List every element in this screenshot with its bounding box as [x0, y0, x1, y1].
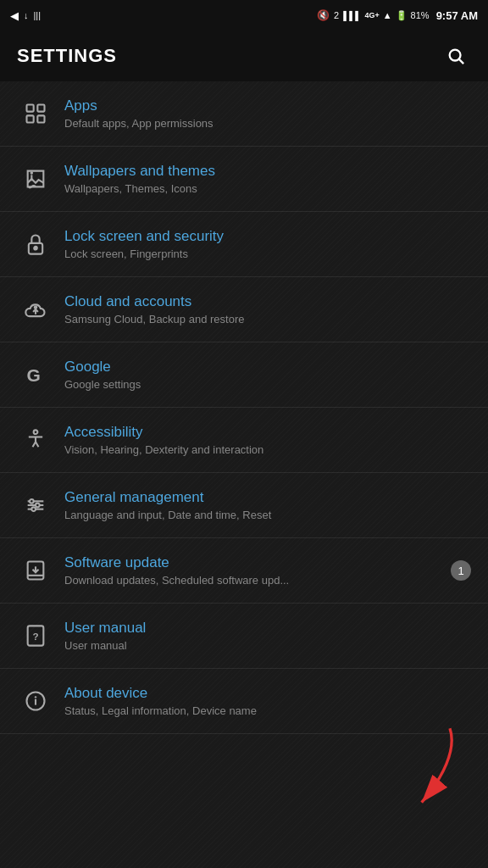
mute-icon: 🔇 [317, 9, 330, 21]
wallpapers-title: Wallpapers and themes [64, 163, 471, 180]
svg-point-10 [35, 307, 36, 309]
svg-point-9 [34, 247, 37, 250]
general-management-content: General management Language and input, D… [54, 489, 471, 521]
apps-title: Apps [64, 97, 471, 114]
notification-icon-2: ↓ [24, 10, 29, 20]
wallpapers-icon [17, 160, 54, 198]
about-device-content: About device Status, Legal information, … [54, 685, 471, 717]
general-management-icon [17, 487, 54, 524]
svg-point-0 [450, 50, 461, 61]
accessibility-icon [17, 421, 54, 459]
svg-rect-2 [27, 105, 34, 112]
svg-rect-3 [37, 105, 44, 112]
general-management-title: General management [64, 489, 471, 506]
google-icon: G [17, 356, 54, 393]
settings-item-lock-screen[interactable]: Lock screen and security Lock screen, Fi… [0, 212, 488, 277]
notification-icon-3: ||| [34, 10, 42, 20]
svg-text:G: G [27, 365, 41, 385]
lock-screen-content: Lock screen and security Lock screen, Fi… [54, 228, 471, 260]
user-manual-subtitle: User manual [64, 639, 471, 652]
battery-icon: 🔋 [396, 10, 408, 21]
svg-rect-4 [27, 115, 34, 122]
search-icon [446, 47, 465, 65]
wallpapers-subtitle: Wallpapers, Themes, Icons [64, 182, 471, 195]
software-update-title: Software update [64, 554, 471, 571]
about-device-subtitle: Status, Legal information, Device name [64, 704, 471, 717]
wallpapers-content: Wallpapers and themes Wallpapers, Themes… [54, 163, 471, 195]
lock-icon [17, 225, 54, 263]
settings-item-software-update[interactable]: Software update Download updates, Schedu… [0, 538, 488, 604]
sim-icon: 2 [334, 10, 339, 20]
software-update-icon [17, 552, 54, 589]
notification-icon-1: ◀ [10, 9, 19, 22]
accessibility-content: Accessibility Vision, Hearing, Dexterity… [54, 424, 471, 456]
svg-text:?: ? [33, 631, 39, 642]
data-icon: 4G+ [364, 11, 379, 19]
status-time: 9:57 AM [436, 9, 478, 22]
svg-point-26 [35, 696, 36, 698]
status-bar-left: ◀ ↓ ||| [10, 9, 41, 22]
cloud-title: Cloud and accounts [64, 293, 471, 310]
general-management-subtitle: Language and input, Date and time, Reset [64, 509, 471, 521]
lock-screen-title: Lock screen and security [64, 228, 471, 245]
google-content: Google Google settings [54, 359, 471, 391]
google-subtitle: Google settings [64, 378, 471, 391]
page-title: SETTINGS [17, 45, 117, 67]
apps-content: Apps Default apps, App permissions [54, 97, 471, 130]
cloud-icon [17, 291, 54, 328]
battery-level: 81% [411, 10, 430, 20]
settings-item-cloud[interactable]: Cloud and accounts Samsung Cloud, Backup… [0, 277, 488, 342]
accessibility-title: Accessibility [64, 424, 471, 441]
status-bar: ◀ ↓ ||| 🔇 2 ▌▌▌ 4G+ ▲ 🔋 81% 9:57 AM [0, 0, 488, 31]
software-update-subtitle: Download updates, Scheduled software upd… [64, 574, 471, 587]
svg-point-19 [31, 507, 36, 511]
settings-list: Apps Default apps, App permissions Wallp… [0, 81, 488, 734]
settings-item-apps[interactable]: Apps Default apps, App permissions [0, 81, 488, 147]
status-bar-right: 🔇 2 ▌▌▌ 4G+ ▲ 🔋 81% 9:57 AM [317, 9, 478, 22]
user-manual-content: User manual User manual [54, 620, 471, 652]
settings-item-wallpapers[interactable]: Wallpapers and themes Wallpapers, Themes… [0, 147, 488, 212]
settings-item-general-management[interactable]: General management Language and input, D… [0, 473, 488, 538]
cloud-content: Cloud and accounts Samsung Cloud, Backup… [54, 293, 471, 326]
wifi-icon: ▲ [383, 10, 392, 20]
cloud-subtitle: Samsung Cloud, Backup and restore [64, 313, 471, 326]
software-update-badge: 1 [451, 560, 471, 581]
google-title: Google [64, 359, 471, 376]
about-device-title: About device [64, 685, 471, 702]
accessibility-subtitle: Vision, Hearing, Dexterity and interacti… [64, 443, 471, 456]
settings-item-user-manual[interactable]: ? User manual User manual [0, 604, 488, 669]
settings-item-google[interactable]: G Google Google settings [0, 342, 488, 408]
header: SETTINGS [0, 31, 488, 81]
svg-line-1 [459, 59, 463, 64]
apps-icon [17, 95, 54, 132]
search-button[interactable] [441, 41, 471, 71]
settings-item-about-device[interactable]: About device Status, Legal information, … [0, 669, 488, 734]
svg-point-13 [34, 430, 38, 434]
about-device-icon [17, 682, 54, 720]
lock-screen-subtitle: Lock screen, Fingerprints [64, 248, 471, 260]
svg-point-17 [30, 499, 34, 504]
apps-subtitle: Default apps, App permissions [64, 117, 471, 130]
user-manual-icon: ? [17, 617, 54, 654]
user-manual-title: User manual [64, 620, 471, 637]
svg-point-18 [36, 504, 40, 508]
signal-icon: ▌▌▌ [343, 11, 361, 20]
settings-item-accessibility[interactable]: Accessibility Vision, Hearing, Dexterity… [0, 408, 488, 473]
software-update-content: Software update Download updates, Schedu… [54, 554, 471, 587]
svg-rect-5 [37, 115, 44, 122]
